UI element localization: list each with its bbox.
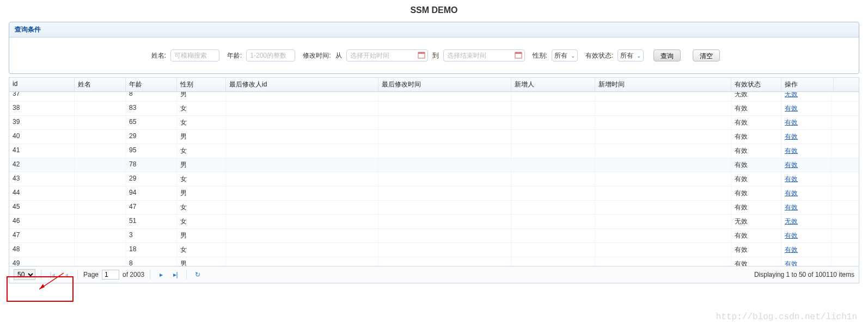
cell-modifier (226, 229, 378, 243)
cell-action: 有效 (781, 229, 832, 243)
cell-modifier (226, 172, 378, 186)
cell-modify-time (378, 229, 511, 243)
col-create-time[interactable]: 新增时间 (595, 78, 731, 91)
table-row[interactable]: 473男有效有效 (9, 229, 859, 243)
age-input[interactable] (246, 49, 295, 61)
cell-modifier (226, 158, 378, 172)
chevron-down-icon: ⌄ (637, 53, 641, 59)
cell-age: 51 (126, 215, 177, 228)
last-page-button[interactable]: ▸| (170, 269, 181, 280)
cell-name (75, 187, 126, 200)
col-modifier-id[interactable]: 最后修改人id (226, 78, 378, 91)
cell-create-time (595, 158, 731, 172)
name-label: 姓名: (151, 51, 166, 60)
name-input[interactable] (170, 49, 219, 61)
status-select[interactable]: 所有⌄ (618, 49, 644, 61)
cell-creator (511, 158, 595, 172)
action-link[interactable]: 有效 (785, 161, 798, 169)
grid-body[interactable]: 378男无效无效3883女有效有效3965女有效有效4029男有效有效4195女… (9, 92, 859, 266)
cell-modify-time (378, 92, 511, 101)
table-row[interactable]: 4547女有效有效 (9, 201, 859, 215)
cell-status: 有效 (731, 257, 781, 266)
cell-create-time (595, 215, 731, 228)
cell-creator (511, 130, 595, 144)
cell-gender: 女 (177, 172, 226, 186)
cell-modify-time (378, 257, 511, 266)
clear-button[interactable]: 清空 (693, 49, 720, 61)
action-link[interactable]: 有效 (785, 175, 798, 183)
action-link[interactable]: 有效 (785, 147, 798, 154)
action-link[interactable]: 有效 (785, 133, 798, 140)
cell-creator (511, 257, 595, 266)
action-link[interactable]: 有效 (785, 203, 798, 211)
table-row[interactable]: 3965女有效有效 (9, 116, 859, 130)
cell-name (75, 257, 126, 266)
table-row[interactable]: 4029男有效有效 (9, 130, 859, 144)
action-link[interactable]: 有效 (785, 119, 798, 126)
from-label: 从 (335, 51, 342, 60)
action-link[interactable]: 有效 (785, 104, 798, 112)
table-row[interactable]: 4651女无效无效 (9, 215, 859, 229)
cell-status: 有效 (731, 102, 781, 115)
cell-create-time (595, 201, 731, 214)
cell-name (75, 92, 126, 101)
col-status[interactable]: 有效状态 (731, 78, 781, 91)
col-modify-time[interactable]: 最后修改时间 (378, 78, 511, 91)
table-row[interactable]: 4195女有效有效 (9, 144, 859, 158)
cell-action: 有效 (781, 201, 832, 214)
cell-gender: 女 (177, 243, 226, 257)
page-total: of 2003 (123, 271, 144, 278)
cell-id: 39 (9, 116, 75, 129)
cell-modifier (226, 144, 378, 158)
table-row[interactable]: 498男有效有效 (9, 257, 859, 266)
cell-create-time (595, 116, 731, 129)
action-link[interactable]: 有效 (785, 189, 798, 197)
calendar-icon[interactable] (515, 51, 522, 59)
calendar-icon[interactable] (418, 51, 425, 59)
first-page-button[interactable]: |◂ (47, 269, 58, 280)
refresh-button[interactable]: ↻ (192, 269, 203, 280)
table-row[interactable]: 4818女有效有效 (9, 243, 859, 257)
col-age[interactable]: 年龄 (126, 78, 177, 91)
action-link[interactable]: 有效 (785, 260, 798, 266)
gender-select[interactable]: 所有⌄ (552, 49, 578, 61)
start-time-input[interactable] (346, 49, 428, 61)
col-name[interactable]: 姓名 (75, 78, 126, 91)
cell-modify-time (378, 201, 511, 214)
col-creator[interactable]: 新增人 (511, 78, 595, 91)
table-row[interactable]: 3883女有效有效 (9, 102, 859, 116)
search-button[interactable]: 查询 (653, 49, 681, 61)
cell-status: 有效 (731, 243, 781, 257)
cell-modify-time (378, 243, 511, 257)
cell-modifier (226, 92, 378, 101)
table-row[interactable]: 378男无效无效 (9, 92, 859, 102)
cell-creator (511, 215, 595, 228)
cell-id: 48 (9, 243, 75, 257)
cell-status: 有效 (731, 187, 781, 200)
cell-action: 有效 (781, 257, 832, 266)
page-input[interactable] (102, 270, 119, 280)
action-link[interactable]: 有效 (785, 232, 798, 239)
action-link[interactable]: 无效 (785, 218, 798, 225)
table-row[interactable]: 4329女有效有效 (9, 172, 859, 187)
page-size-select[interactable]: 50 (14, 269, 35, 280)
table-row[interactable]: 4494男有效有效 (9, 187, 859, 201)
col-action[interactable]: 操作 (781, 78, 834, 91)
action-link[interactable]: 有效 (785, 246, 798, 253)
col-gender[interactable]: 性别 (177, 78, 226, 91)
next-page-button[interactable]: ▸ (156, 269, 167, 280)
cell-modifier (226, 130, 378, 144)
cell-age: 83 (126, 102, 177, 115)
separator (150, 270, 150, 280)
col-id[interactable]: id (9, 78, 75, 91)
table-row[interactable]: 4278男有效有效 (9, 158, 859, 172)
end-time-input[interactable] (443, 49, 525, 61)
separator (186, 270, 187, 280)
cell-age: 78 (126, 158, 177, 172)
action-link[interactable]: 无效 (785, 92, 798, 98)
cell-creator (511, 92, 595, 101)
cell-creator (511, 201, 595, 214)
prev-page-button[interactable]: ◂ (61, 269, 72, 280)
panel-header: 查询条件 (9, 22, 859, 38)
cell-id: 38 (9, 102, 75, 115)
